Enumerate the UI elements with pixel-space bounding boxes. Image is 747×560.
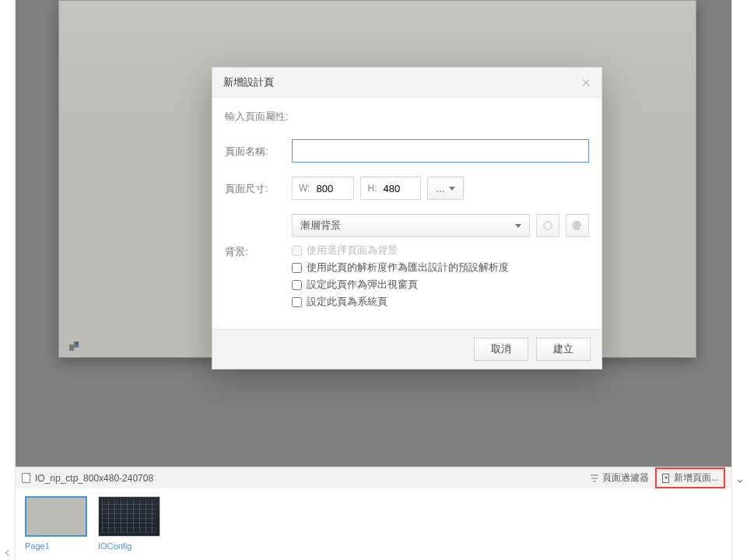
page-name-input[interactable] <box>292 139 589 163</box>
dialog-footer: 取消 建立 <box>212 329 601 369</box>
thumb-label: IOConfig <box>98 541 162 551</box>
width-input[interactable] <box>316 183 353 194</box>
app-root: IO_np_ctp_800x480-240708 頁面過濾器 新增頁面... P… <box>0 0 747 560</box>
background-color-b-button[interactable] <box>566 214 589 237</box>
dialog-intro: 輸入頁面屬性: <box>225 110 589 124</box>
background-type-select[interactable]: 漸層背景 <box>292 214 530 237</box>
height-field[interactable]: H: <box>360 177 421 200</box>
width-prefix: W: <box>293 183 316 194</box>
project-name: IO_np_ctp_800x480-240708 <box>35 473 153 484</box>
thumb-page1[interactable]: Page1 <box>25 496 89 560</box>
background-label: 背景: <box>225 214 292 259</box>
page-filter-link[interactable]: 頁面過濾器 <box>590 471 649 485</box>
chevron-down-icon <box>449 187 455 191</box>
size-preset-button[interactable]: ... <box>427 177 464 200</box>
chk-popup-page[interactable]: 設定此頁作為彈出視窗頁 <box>292 278 589 292</box>
dialog-header: 新增設計頁 × <box>212 68 601 97</box>
circle-icon <box>542 219 554 232</box>
chk-default-resolution-box[interactable] <box>292 263 302 273</box>
chk-default-resolution-label: 使用此頁的解析度作為匯出設計的預設解析度 <box>307 261 509 275</box>
chk-use-selected-page: 使用選擇頁面為背景 <box>292 243 589 257</box>
chk-default-resolution[interactable]: 使用此頁的解析度作為匯出設計的預設解析度 <box>292 261 589 275</box>
thumb-preview <box>98 496 160 537</box>
chk-popup-page-label: 設定此頁作為彈出視窗頁 <box>307 278 418 292</box>
page-size-label: 頁面尺寸: <box>225 177 292 196</box>
chk-use-selected-page-label: 使用選擇頁面為背景 <box>307 243 398 257</box>
palette-icon <box>571 219 584 232</box>
background-color-a-button[interactable] <box>536 214 559 237</box>
cancel-button[interactable]: 取消 <box>474 338 528 361</box>
thumb-preview <box>25 496 87 537</box>
chk-popup-page-box[interactable] <box>292 280 302 290</box>
chk-system-page-label: 設定此頁為系統頁 <box>307 295 388 309</box>
filter-icon <box>590 474 599 483</box>
dialog-title: 新增設計頁 <box>223 75 274 89</box>
chk-system-page[interactable]: 設定此頁為系統頁 <box>292 295 589 309</box>
add-page-label: 新增頁面... <box>674 471 719 485</box>
page-name-label: 頁面名稱: <box>225 139 292 159</box>
background-type-value: 漸層背景 <box>300 219 341 233</box>
add-page-icon <box>661 474 671 483</box>
width-field[interactable]: W: <box>292 177 354 200</box>
svg-point-4 <box>544 222 552 229</box>
chevron-down-icon <box>515 224 521 228</box>
project-bar: IO_np_ctp_800x480-240708 頁面過濾器 新增頁面... <box>16 467 731 488</box>
create-button[interactable]: 建立 <box>536 338 591 361</box>
left-gutter <box>0 0 16 560</box>
new-page-dialog: 新增設計頁 × 輸入頁面屬性: 頁面名稱: 頁面尺寸: W: <box>212 67 602 369</box>
size-preset-label: ... <box>436 183 444 194</box>
add-page-link[interactable]: 新增頁面... <box>655 467 725 488</box>
chk-system-page-box[interactable] <box>292 297 302 307</box>
thumb-ioconfig[interactable]: IOConfig <box>98 496 162 560</box>
height-prefix: H: <box>361 183 383 194</box>
dialog-body: 輸入頁面屬性: 頁面名稱: 頁面尺寸: W: H: <box>212 97 601 329</box>
brand-glyph-icon <box>68 340 80 352</box>
page-filter-label: 頁面過濾器 <box>602 471 649 485</box>
document-icon <box>22 473 30 483</box>
page-thumbnails: Page1 IOConfig <box>16 488 731 560</box>
expand-thumbs-icon[interactable] <box>736 474 744 482</box>
thumb-label: Page1 <box>25 541 89 551</box>
close-icon[interactable]: × <box>581 75 591 90</box>
chk-use-selected-page-box <box>292 246 302 256</box>
height-input[interactable] <box>383 183 420 194</box>
